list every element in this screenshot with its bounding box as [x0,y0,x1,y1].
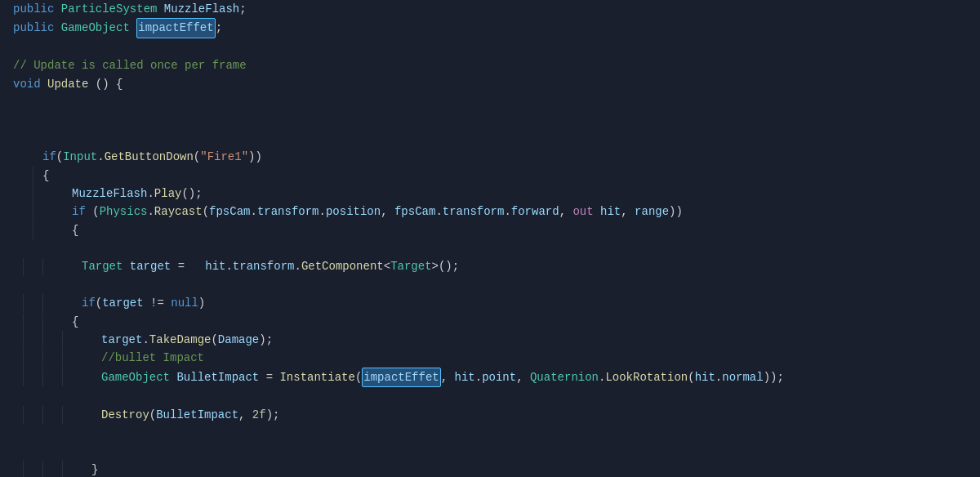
token-punct: ); [266,406,280,424]
guide-marker [23,368,24,386]
token-punct: . [294,257,301,275]
token-punct: , [516,368,530,386]
guide-marker [42,461,43,477]
token-punct: , [559,203,573,221]
token-fn: Instantiate [279,368,354,386]
token-var: target [101,331,142,349]
code-line [13,93,980,111]
code-line: { [13,167,980,185]
token-var: BulletImpact [156,406,238,424]
token-keyword: if [82,294,96,312]
token-punct: , [441,368,455,386]
token-type: Input [63,148,97,166]
code-line: Destroy(BulletImpact, 2f); [13,406,980,424]
guide-marker [23,313,24,331]
guide-marker [62,368,63,386]
token-brace: { [72,313,78,331]
token-punct: . [504,203,510,221]
token-punct: ; [216,19,222,37]
token-punct: ( [203,203,209,221]
token-type: Quaternion [530,368,599,386]
token-fn: Destroy [101,406,149,424]
token-keyword: void [13,75,47,93]
token-punct: ; [239,0,246,18]
token-punct: , [381,203,394,221]
code-line: public ParticleSystem MuzzleFlash; [13,0,980,18]
guide-marker [62,461,63,477]
token-var: fpsCam [209,203,250,221]
guide-marker [23,350,24,368]
token-number: 2f [252,406,266,424]
code-line: { [13,221,980,239]
token-punct: , [621,203,635,221]
token-var: hit [695,368,715,386]
token-prop: point [482,368,516,386]
code-content: public ParticleSystem MuzzleFlash; publi… [0,0,980,477]
token-punct: ( [92,203,99,221]
token-punct: )) [248,148,262,166]
guide-marker [42,258,43,276]
guide-marker [23,258,24,276]
code-line: GameObject BulletImpact = Instantiate(im… [13,368,980,387]
token-punct: )) [669,203,683,221]
token-var: fpsCam [394,203,435,221]
token-type: Target [390,257,431,275]
token-punct: . [475,368,482,386]
token-var: target [130,257,178,275]
token-var: Damage [218,331,259,349]
code-editor: public ParticleSystem MuzzleFlash; publi… [0,0,980,477]
token-brace: { [72,221,78,239]
code-line: } [13,461,980,477]
token-var: target [102,294,150,312]
token-fn: Play [154,185,182,203]
code-line: void Update () { [13,75,980,93]
code-line: public GameObject impactEffet; [13,18,980,38]
token-highlighted: impactEffet [136,18,215,38]
guide-marker [23,461,24,477]
token-punct: . [225,257,232,275]
token-punct: . [319,203,326,221]
token-punct: . [147,203,154,221]
token-comment: // Update is called once per frame [13,56,247,74]
token-prop: forward [511,203,559,221]
token-type: GameObject [61,19,136,37]
token-punct: . [435,203,442,221]
token-punct: < [384,257,390,275]
token-prop: transform [443,203,505,221]
code-line: { [13,313,980,331]
token-comment: //bullet Impact [101,349,204,367]
token-keyword: if [72,203,92,221]
token-keyword: if [42,148,56,166]
token-fn: TakeDamge [149,331,212,349]
token-highlighted: impactEffet [362,368,440,387]
guide-marker [23,294,24,312]
guide-marker [42,313,43,331]
token-type: ParticleSystem [61,0,164,18]
token-punct: . [250,203,256,221]
token-punct: >(); [432,257,460,275]
token-type: GameObject [101,368,176,386]
code-line [13,38,980,56]
token-fn: LookRotation [605,368,688,386]
guide-marker [23,406,24,424]
guide-marker [33,221,33,239]
code-line [13,276,980,294]
token-var: BulletImpact [176,368,265,386]
code-line: // Update is called once per frame [13,56,980,74]
guide-marker [42,406,43,424]
token-var: hit [600,203,621,221]
token-fn: GetButtonDown [105,148,194,166]
token-punct: ( [688,368,694,386]
code-line: if(target != null) [13,294,980,312]
token-punct: ( [194,148,200,166]
token-punct: . [147,185,154,203]
guide-marker [42,294,43,312]
code-line [13,239,980,257]
token-punct: = [178,257,198,275]
guide-marker [33,167,33,185]
guide-marker [62,331,63,349]
token-prop: transform [233,257,295,275]
token-punct [594,203,600,221]
code-line [13,130,980,148]
token-fn: GetComponent [301,257,384,275]
